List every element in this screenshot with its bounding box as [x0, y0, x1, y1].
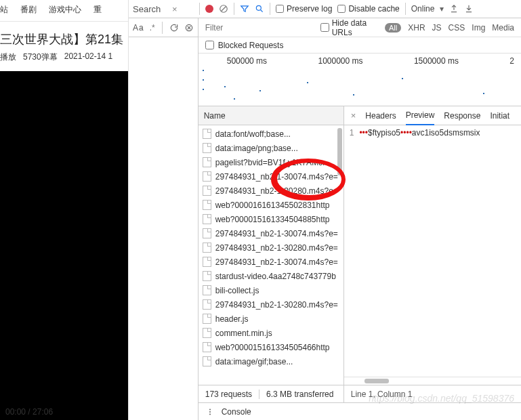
request-name: web?000016161345502831http — [215, 201, 330, 210]
file-icon — [203, 243, 211, 253]
request-name: comment.min.js — [215, 329, 272, 338]
request-name: web?000015161334505466http — [215, 343, 330, 352]
request-name: 297484931_nb2-1-30280.m4s?e= — [215, 186, 338, 196]
svg-point-9 — [209, 408, 211, 410]
filter-icon[interactable] — [240, 4, 249, 14]
close-icon[interactable]: × — [172, 4, 178, 14]
nav-link[interactable]: 游戏中心 — [49, 4, 81, 16]
svg-line-1 — [222, 7, 226, 12]
blocked-requests-checkbox[interactable] — [205, 41, 214, 49]
request-name: 297484931_nb2-1-30074.m4s?e= — [215, 172, 338, 182]
table-row[interactable]: header.js — [199, 312, 343, 326]
name-column-header[interactable]: Name — [199, 106, 343, 125]
file-icon — [203, 314, 211, 324]
table-row[interactable]: web?000015161334504885http — [199, 212, 343, 226]
match-case-button[interactable]: Aa — [133, 23, 144, 33]
tab-initiator[interactable]: Initiat — [490, 111, 509, 121]
filter-all[interactable]: All — [385, 23, 401, 33]
file-icon — [203, 157, 211, 167]
search-icon[interactable] — [255, 4, 264, 14]
refresh-icon[interactable] — [169, 23, 179, 33]
timeline-tick: 1500000 ms — [414, 56, 459, 66]
preserve-log-checkbox[interactable]: Preserve log — [276, 4, 332, 14]
file-icon — [203, 200, 211, 210]
download-icon[interactable] — [464, 4, 474, 14]
tab-preview[interactable]: Preview — [406, 110, 435, 125]
video-plays: 播放 — [0, 51, 16, 63]
video-danmaku: 5730弹幕 — [23, 51, 58, 63]
file-icon — [203, 342, 211, 352]
nav-link[interactable]: 重 — [93, 4, 102, 16]
response-preview[interactable]: 1•••$ftypiso5••••avc1iso5dsmsmsix — [344, 125, 521, 377]
horizontal-scrollbar[interactable] — [344, 377, 521, 385]
regex-button[interactable]: .* — [150, 23, 155, 33]
request-name: bili-collect.js — [215, 286, 259, 295]
file-icon — [203, 299, 211, 310]
table-row[interactable]: 297484931_nb2-1-30280.m4s?e= — [199, 240, 343, 255]
search-sidebar-toolbar: Aa .* — [129, 18, 198, 37]
clear-search-icon[interactable] — [184, 23, 194, 33]
tab-headers[interactable]: Headers — [365, 111, 396, 121]
table-row[interactable]: 297484931_nb2-1-30280.m4s?e= — [199, 297, 343, 312]
timeline-tick: 500000 ms — [227, 56, 267, 66]
clear-icon[interactable] — [219, 4, 228, 14]
console-label: Console — [222, 407, 251, 417]
player-time: 00:00 / 27:06 — [5, 407, 53, 417]
table-row[interactable]: comment.min.js — [199, 326, 343, 340]
network-request-list[interactable]: data:font/woff;base...data:image/png;bas… — [199, 125, 343, 385]
upload-icon[interactable] — [449, 4, 459, 14]
filter-css[interactable]: CSS — [449, 23, 465, 33]
file-icon — [203, 257, 211, 267]
network-timeline[interactable]: 500000 ms 1000000 ms 1500000 ms 2 — [199, 54, 521, 106]
throttling-select[interactable]: Online — [411, 4, 435, 14]
nav-link[interactable]: 番剧 — [20, 4, 37, 16]
table-row[interactable]: data:image/gif;base... — [199, 354, 343, 369]
console-drawer[interactable]: Console — [199, 402, 521, 420]
video-player[interactable]: 00:00 / 27:06 — [0, 71, 128, 420]
file-icon — [203, 186, 211, 196]
timeline-tick: 1000000 ms — [318, 56, 362, 66]
more-icon[interactable] — [205, 407, 215, 417]
file-icon — [203, 214, 211, 224]
tab-response[interactable]: Response — [444, 111, 480, 121]
request-name: data:font/woff;base... — [215, 129, 291, 139]
record-button[interactable] — [205, 5, 213, 13]
svg-point-2 — [256, 5, 261, 10]
close-icon[interactable]: × — [351, 110, 356, 121]
request-name: pagelist?bvid=BV1f-y1K7AMc... — [215, 158, 329, 167]
svg-point-11 — [209, 413, 211, 415]
table-row[interactable]: 297484931_nb2-1-30074.m4s?e= — [199, 255, 343, 269]
table-row[interactable]: web?000015161334505466http — [199, 340, 343, 354]
file-icon — [203, 285, 211, 295]
requests-count: 173 requests — [205, 390, 252, 399]
table-row[interactable]: bili-collect.js — [199, 283, 343, 297]
file-icon — [203, 356, 211, 366]
request-name: web?000015161334504885http — [215, 215, 330, 224]
filter-input[interactable] — [205, 23, 314, 33]
table-row[interactable]: stardust-video.4aa2748c743779b — [199, 269, 343, 283]
video-date: 2021-02-14 1 — [64, 51, 112, 63]
table-row[interactable]: 297484931_nb2-1-30280.m4s?e= — [199, 184, 343, 198]
table-row[interactable]: data:image/png;base... — [199, 141, 343, 155]
filter-img[interactable]: Img — [472, 23, 485, 33]
search-panel-label[interactable]: Search — [133, 4, 168, 14]
table-row[interactable]: data:font/woff;base... — [199, 127, 343, 141]
filter-xhr[interactable]: XHR — [408, 23, 425, 33]
filter-media[interactable]: Media — [492, 23, 514, 33]
table-row[interactable]: pagelist?bvid=BV1f-y1K7AMc... — [199, 155, 343, 169]
hide-data-urls-checkbox[interactable]: Hide data URLs — [320, 18, 378, 37]
request-name: header.js — [215, 314, 249, 324]
chevron-down-icon[interactable]: ▾ — [440, 4, 444, 14]
table-row[interactable]: web?000016161345502831http — [199, 198, 343, 212]
request-name: 297484931_nb2-1-30280.m4s?e= — [215, 243, 338, 253]
disable-cache-checkbox[interactable]: Disable cache — [337, 4, 399, 14]
filter-js[interactable]: JS — [432, 23, 442, 33]
nav-link[interactable]: 站 — [0, 4, 8, 16]
scrollbar-thumb[interactable] — [337, 128, 342, 175]
file-icon — [203, 143, 211, 153]
table-row[interactable]: 297484931_nb2-1-30074.m4s?e= — [199, 169, 343, 184]
svg-line-3 — [261, 10, 263, 12]
video-title: 三次世界大战】第21集 — [0, 31, 128, 47]
table-row[interactable]: 297484931_nb2-1-30074.m4s?e= — [199, 226, 343, 240]
request-name: 297484931_nb2-1-30280.m4s?e= — [215, 300, 338, 310]
